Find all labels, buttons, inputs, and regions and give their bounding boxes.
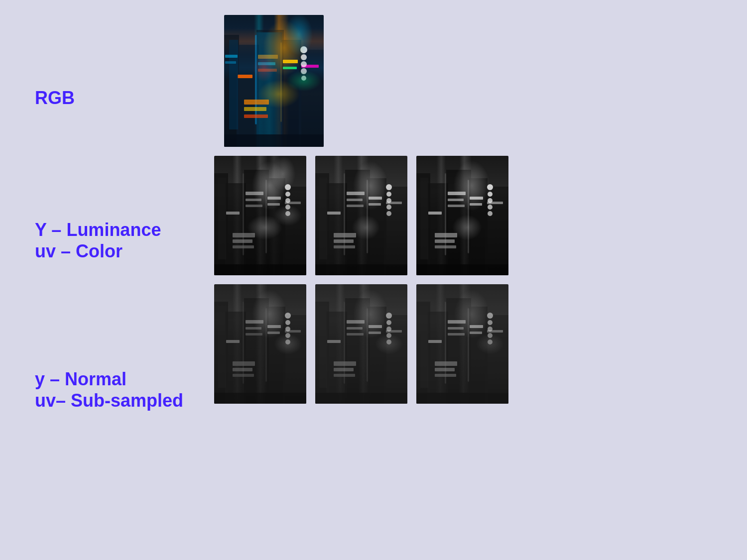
svg-rect-46: [233, 233, 255, 237]
image-yuv-3: [416, 156, 508, 275]
svg-point-90: [488, 192, 493, 197]
svg-point-42: [285, 192, 290, 197]
svg-rect-129: [347, 327, 363, 330]
svg-rect-147: [416, 302, 430, 404]
svg-point-138: [386, 320, 391, 325]
svg-rect-127: [384, 315, 407, 404]
svg-rect-82: [448, 205, 465, 207]
svg-point-113: [285, 313, 291, 319]
image-rgb: [224, 15, 324, 147]
svg-rect-47: [233, 239, 252, 243]
svg-rect-152: [448, 320, 466, 324]
svg-rect-142: [334, 361, 356, 366]
svg-rect-33: [246, 199, 261, 201]
images-area: [214, 15, 508, 404]
svg-rect-12: [255, 35, 257, 124]
svg-point-16: [301, 61, 307, 67]
svg-rect-60: [369, 203, 381, 206]
svg-rect-4: [299, 50, 324, 147]
svg-rect-88: [468, 180, 469, 253]
svg-rect-166: [435, 361, 457, 366]
svg-rect-63: [344, 173, 345, 255]
label-y-normal: y – Normal: [35, 369, 126, 389]
svg-point-17: [301, 68, 307, 74]
svg-rect-11: [238, 75, 252, 78]
svg-rect-50: [218, 178, 226, 259]
image-sub-3: [416, 284, 508, 404]
svg-point-65: [386, 184, 392, 190]
svg-rect-55: [384, 187, 407, 275]
svg-rect-29: [244, 170, 269, 275]
svg-rect-6: [258, 62, 275, 65]
svg-rect-79: [485, 187, 508, 275]
svg-rect-107: [267, 325, 281, 328]
svg-point-117: [285, 339, 290, 344]
svg-rect-7: [258, 69, 277, 72]
svg-rect-155: [470, 325, 483, 328]
svg-rect-94: [435, 233, 457, 237]
svg-rect-109: [285, 330, 301, 333]
svg-point-41: [285, 184, 291, 190]
svg-point-45: [285, 211, 290, 216]
svg-rect-108: [267, 332, 280, 334]
svg-point-66: [386, 192, 391, 197]
svg-rect-157: [487, 330, 503, 333]
svg-rect-96: [435, 245, 456, 248]
svg-point-44: [285, 205, 290, 210]
svg-rect-170: [420, 306, 428, 388]
svg-rect-119: [233, 368, 252, 371]
svg-rect-20: [244, 100, 269, 105]
image-yuv-2: [315, 156, 407, 275]
svg-rect-110: [226, 340, 240, 343]
svg-rect-133: [386, 330, 402, 333]
svg-rect-26: [225, 61, 236, 64]
svg-rect-78: [469, 178, 488, 275]
svg-point-137: [386, 313, 392, 319]
svg-rect-3: [281, 40, 301, 147]
label-yuv: Y – Luminance uv – Color: [35, 219, 161, 262]
svg-rect-40: [265, 180, 267, 253]
svg-rect-168: [435, 374, 456, 377]
svg-rect-134: [327, 340, 341, 343]
svg-rect-64: [367, 180, 368, 253]
svg-rect-167: [435, 368, 455, 371]
svg-rect-13: [280, 42, 282, 122]
svg-rect-9: [283, 67, 297, 69]
svg-rect-104: [246, 320, 263, 324]
svg-rect-27: [214, 173, 228, 275]
svg-rect-121: [214, 393, 306, 404]
svg-point-93: [488, 211, 493, 216]
svg-point-115: [285, 327, 290, 332]
svg-rect-136: [367, 308, 368, 382]
svg-rect-102: [266, 307, 285, 404]
svg-point-92: [488, 205, 493, 210]
svg-rect-53: [345, 170, 370, 275]
svg-rect-61: [386, 202, 402, 204]
svg-rect-62: [327, 212, 341, 215]
svg-point-165: [488, 339, 493, 344]
svg-rect-0: [224, 35, 239, 147]
svg-rect-84: [470, 203, 482, 206]
svg-rect-24: [229, 40, 238, 129]
row-sub: [214, 284, 508, 404]
svg-rect-145: [315, 393, 407, 404]
svg-point-114: [285, 320, 290, 325]
svg-rect-87: [445, 173, 446, 255]
svg-rect-160: [468, 308, 469, 382]
svg-rect-30: [266, 178, 285, 275]
svg-rect-70: [334, 233, 356, 237]
svg-rect-123: [315, 302, 329, 404]
svg-rect-1: [237, 45, 259, 147]
svg-rect-10: [301, 65, 319, 68]
svg-rect-56: [347, 192, 365, 195]
svg-rect-32: [246, 192, 263, 195]
svg-point-14: [300, 46, 307, 53]
image-yuv-1: [214, 156, 306, 275]
svg-rect-31: [283, 187, 306, 275]
svg-rect-85: [487, 202, 503, 204]
svg-rect-83: [470, 197, 483, 200]
svg-rect-35: [267, 197, 281, 200]
svg-rect-75: [416, 173, 430, 275]
svg-rect-74: [319, 178, 327, 259]
svg-rect-2: [256, 30, 284, 147]
